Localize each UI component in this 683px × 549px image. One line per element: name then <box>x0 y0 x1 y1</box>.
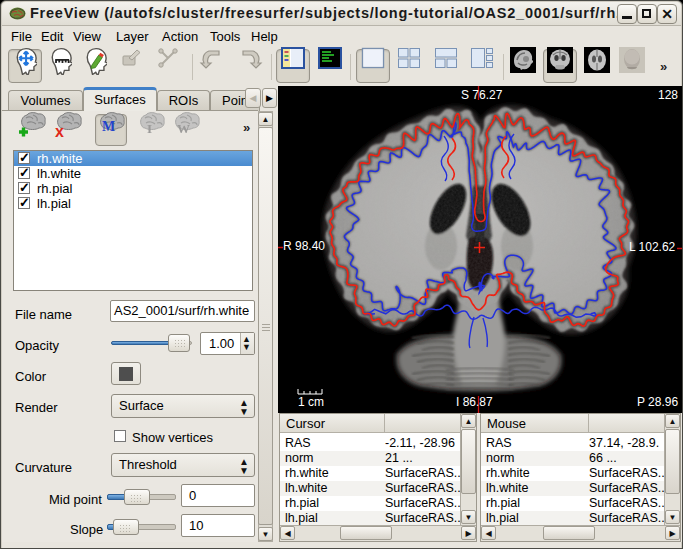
svg-text:x: x <box>55 123 64 137</box>
svg-text:W: W <box>177 121 190 136</box>
svg-text:M: M <box>102 119 115 134</box>
svg-text:I: I <box>147 121 152 136</box>
